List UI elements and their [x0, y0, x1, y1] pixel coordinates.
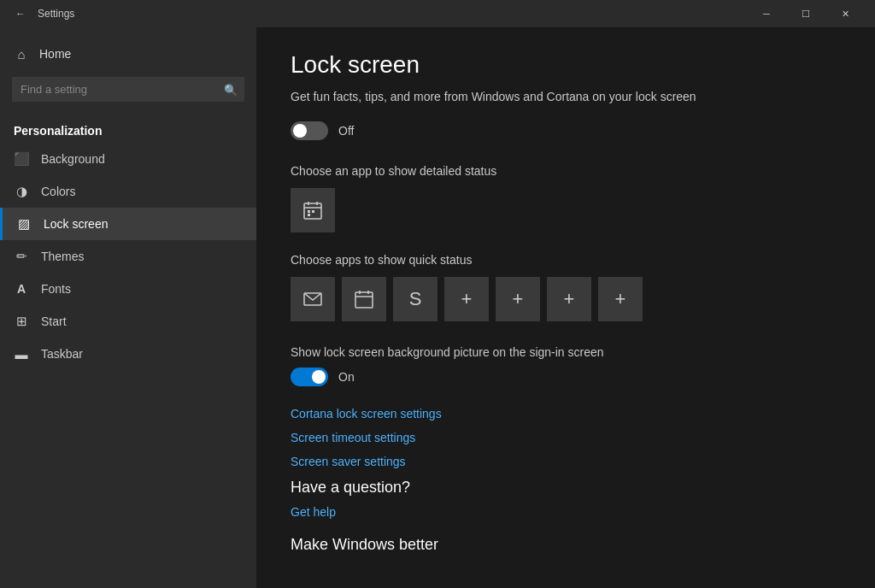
page-subtitle: Get fun facts, tips, and more from Windo…: [291, 89, 841, 106]
start-icon: ⊞: [14, 314, 29, 329]
sidebar-item-fonts[interactable]: A Fonts: [0, 273, 256, 305]
home-icon: ⌂: [14, 46, 29, 62]
svg-rect-6: [308, 214, 310, 216]
quick-status-mail-btn[interactable]: [291, 277, 335, 321]
page-title: Lock screen: [291, 51, 841, 79]
quick-status-apps: S + + + +: [291, 277, 841, 321]
fonts-icon: A: [14, 281, 29, 297]
sidebar-item-background-label: Background: [41, 152, 105, 166]
sidebar-item-lockscreen[interactable]: ▨ Lock screen: [0, 208, 256, 240]
have-question-heading: Have a question?: [291, 479, 841, 497]
sidebar-item-themes[interactable]: ✏ Themes: [0, 240, 256, 273]
titlebar-title: Settings: [38, 8, 747, 20]
colors-icon: ◑: [14, 184, 29, 199]
sidebar-item-colors-label: Colors: [41, 185, 75, 198]
quick-status-add-btn-3[interactable]: +: [547, 277, 591, 321]
sign-in-label: Show lock screen background picture on t…: [291, 345, 841, 359]
make-windows-heading: Make Windows better: [291, 536, 841, 554]
calendar-icon-2: [355, 290, 373, 309]
sidebar-item-themes-label: Themes: [41, 250, 85, 263]
get-help-link[interactable]: Get help: [291, 505, 841, 519]
sidebar-item-colors[interactable]: ◑ Colors: [0, 175, 256, 208]
cortana-link[interactable]: Cortana lock screen settings: [291, 407, 841, 420]
add-icon-3: +: [564, 288, 575, 310]
content-area: Lock screen Get fun facts, tips, and mor…: [256, 27, 875, 588]
sidebar: ⌂ Home 🔍 Personalization ⬛ Background ◑ …: [0, 27, 256, 588]
detailed-status-calendar-btn[interactable]: [291, 188, 335, 232]
quick-status-add-btn-2[interactable]: +: [496, 277, 540, 321]
back-icon: ←: [15, 8, 26, 20]
sidebar-item-taskbar-label: Taskbar: [41, 347, 83, 361]
mail-icon: [303, 292, 322, 306]
quick-status-add-btn-4[interactable]: +: [598, 277, 643, 321]
home-label: Home: [39, 47, 71, 61]
quick-status-skype-btn[interactable]: S: [393, 277, 438, 321]
add-icon-2: +: [513, 288, 524, 310]
maximize-button[interactable]: ☐: [786, 0, 825, 27]
background-icon: ⬛: [14, 151, 29, 167]
sidebar-item-home[interactable]: ⌂ Home: [0, 38, 256, 70]
sidebar-search-container: 🔍: [12, 77, 244, 102]
sidebar-item-taskbar[interactable]: ▬ Taskbar: [0, 338, 256, 370]
screen-saver-link[interactable]: Screen saver settings: [291, 455, 841, 468]
search-input[interactable]: [12, 77, 244, 102]
lockscreen-icon: ▨: [16, 216, 32, 232]
add-icon-4: +: [615, 288, 626, 310]
fun-facts-toggle-row: Off: [291, 121, 841, 140]
svg-rect-5: [312, 210, 314, 213]
quick-status-calendar-btn[interactable]: [342, 277, 386, 321]
skype-icon: S: [409, 288, 422, 310]
screen-timeout-link[interactable]: Screen timeout settings: [291, 431, 841, 444]
sidebar-section-title: Personalization: [0, 115, 256, 143]
sidebar-item-start-label: Start: [41, 315, 67, 328]
window-controls: ─ ☐ ✕: [747, 0, 865, 27]
close-button[interactable]: ✕: [825, 0, 865, 27]
minimize-button[interactable]: ─: [747, 0, 786, 27]
toggle-knob-2: [312, 370, 326, 384]
detailed-status-apps: [291, 188, 841, 232]
toggle-knob: [293, 124, 307, 138]
search-icon: 🔍: [224, 83, 238, 96]
sidebar-item-lockscreen-label: Lock screen: [44, 217, 108, 231]
themes-icon: ✏: [14, 249, 29, 264]
fun-facts-toggle[interactable]: [291, 121, 328, 140]
quick-status-add-btn-1[interactable]: +: [444, 277, 489, 321]
sidebar-item-fonts-label: Fonts: [41, 282, 71, 296]
sign-in-toggle-row: On: [291, 368, 841, 386]
app-body: ⌂ Home 🔍 Personalization ⬛ Background ◑ …: [0, 27, 875, 588]
fun-facts-toggle-label: Off: [338, 124, 354, 138]
add-icon-1: +: [461, 288, 473, 310]
svg-rect-4: [308, 210, 310, 213]
titlebar: ← Settings ─ ☐ ✕: [0, 0, 875, 27]
taskbar-icon: ▬: [14, 346, 29, 362]
sidebar-item-background[interactable]: ⬛ Background: [0, 143, 256, 175]
calendar-icon: [303, 201, 322, 220]
sign-in-toggle-label: On: [338, 370, 355, 384]
sidebar-item-start[interactable]: ⊞ Start: [0, 305, 256, 338]
back-button[interactable]: ←: [10, 3, 31, 24]
quick-status-title: Choose apps to show quick status: [291, 253, 841, 267]
sign-in-toggle[interactable]: [291, 368, 328, 386]
svg-rect-8: [355, 292, 373, 308]
detailed-status-title: Choose an app to show detailed status: [291, 164, 841, 178]
